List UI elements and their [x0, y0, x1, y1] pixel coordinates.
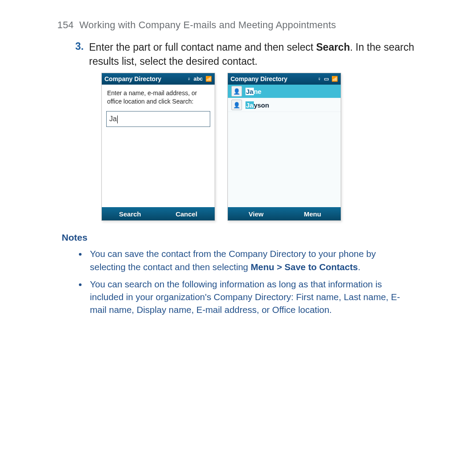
search-instructions: Enter a name, e-mail address, or office … — [102, 85, 215, 108]
result-row[interactable]: 👤 Jane — [228, 85, 341, 98]
softkey-search[interactable]: Search — [102, 207, 158, 220]
search-input-value: Ja — [109, 115, 118, 123]
device-screenshot-results: Company Directory ♀ ▭ 📶 👤 Jane 👤 Jayson — [227, 73, 341, 221]
search-input[interactable]: Ja — [106, 111, 210, 127]
softkey-menu[interactable]: Menu — [284, 207, 341, 220]
softkey-bar: View Menu — [228, 207, 341, 220]
softkey-view[interactable]: View — [228, 207, 284, 220]
bluetooth-icon: ♀ — [187, 76, 191, 82]
signal-icon: 📶 — [205, 76, 212, 82]
titlebar: Company Directory ♀ abc 📶 — [102, 73, 215, 85]
note-item: You can search on the following informat… — [87, 278, 405, 316]
note-text-post: . — [358, 262, 361, 272]
note-text-bold: Menu > Save to Contacts — [251, 262, 358, 272]
battery-icon: ▭ — [324, 76, 329, 82]
step-number: 3. — [71, 41, 84, 68]
status-icons: ♀ ▭ 📶 — [317, 76, 338, 82]
instruction-step: 3. Enter the part or full contact name a… — [57, 41, 423, 68]
contact-icon: 👤 — [231, 100, 242, 110]
notes-list: You can save the contact from the Compan… — [77, 247, 423, 316]
notes-heading: Notes — [62, 232, 423, 243]
page-number: 154 — [57, 19, 74, 30]
note-text-pre: You can search on the following informat… — [90, 279, 400, 315]
contact-icon: 👤 — [231, 86, 242, 97]
page-header: 154 Working with Company E-mails and Mee… — [57, 19, 423, 31]
step-text-bold: Search — [316, 41, 350, 53]
step-text: Enter the part or full contact name and … — [89, 41, 423, 68]
status-icons: ♀ abc 📶 — [187, 76, 212, 82]
title-text: Company Directory — [231, 75, 317, 82]
title-text: Company Directory — [104, 75, 187, 82]
signal-icon: 📶 — [331, 76, 338, 82]
softkey-bar: Search Cancel — [102, 207, 215, 220]
device-screenshot-search: Company Directory ♀ abc 📶 Enter a name, … — [101, 73, 215, 221]
note-item: You can save the contact from the Compan… — [87, 247, 405, 273]
result-row[interactable]: 👤 Jayson — [228, 98, 341, 112]
result-name: Jayson — [245, 101, 269, 109]
step-text-pre: Enter the part or full contact name and … — [89, 41, 316, 53]
result-name: Jane — [245, 88, 261, 95]
titlebar: Company Directory ♀ ▭ 📶 — [228, 73, 341, 85]
input-mode-indicator: abc — [193, 76, 203, 82]
bluetooth-icon: ♀ — [317, 76, 321, 82]
chapter-title: Working with Company E-mails and Meeting… — [79, 19, 336, 30]
softkey-cancel[interactable]: Cancel — [158, 207, 215, 220]
